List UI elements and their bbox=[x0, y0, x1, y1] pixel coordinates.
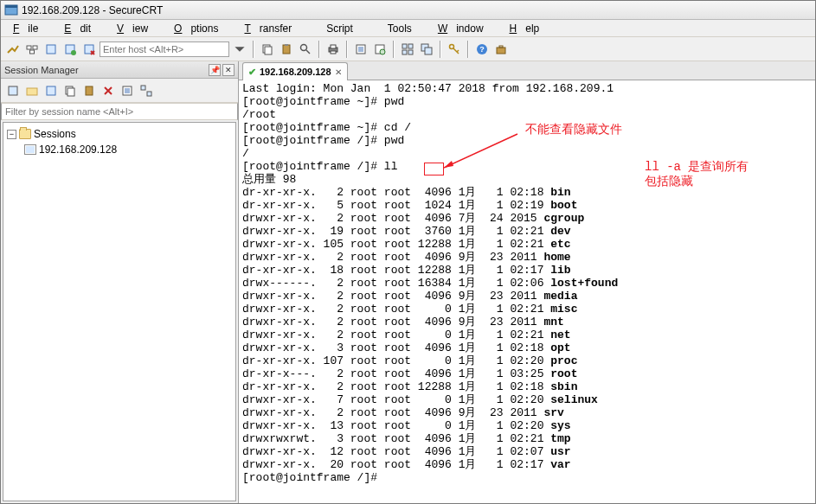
tree-root-label: Sessions bbox=[34, 128, 76, 140]
tile-icon[interactable] bbox=[399, 41, 416, 58]
toolbox-icon[interactable] bbox=[492, 41, 510, 58]
svg-rect-29 bbox=[497, 48, 505, 54]
svg-rect-15 bbox=[331, 45, 336, 48]
svg-rect-5 bbox=[47, 45, 55, 54]
annotation-box bbox=[424, 163, 444, 175]
svg-rect-32 bbox=[27, 88, 37, 95]
session-icon bbox=[24, 144, 36, 155]
menubar: File Edit View Options Transfer Script T… bbox=[1, 20, 815, 37]
svg-rect-38 bbox=[141, 86, 145, 90]
tab-close-icon[interactable]: ✕ bbox=[335, 67, 342, 77]
svg-rect-33 bbox=[47, 86, 55, 95]
svg-rect-3 bbox=[33, 46, 37, 49]
cascade-icon[interactable] bbox=[418, 41, 435, 58]
menu-file[interactable]: File bbox=[4, 21, 55, 36]
sm-new-session-icon[interactable] bbox=[4, 82, 22, 99]
quick-connect-icon[interactable] bbox=[4, 41, 22, 58]
pane-pin-icon[interactable]: 📌 bbox=[209, 64, 221, 76]
menu-window[interactable]: Window bbox=[429, 21, 501, 36]
svg-rect-25 bbox=[425, 48, 432, 54]
svg-rect-39 bbox=[147, 92, 151, 96]
tree-root[interactable]: − Sessions bbox=[7, 126, 232, 142]
session-manager-toolbar bbox=[1, 79, 238, 103]
menu-script[interactable]: Script bbox=[309, 21, 370, 36]
properties-icon[interactable] bbox=[352, 41, 369, 58]
find-icon[interactable] bbox=[297, 41, 314, 58]
window-title: 192.168.209.128 - SecureCRT bbox=[22, 4, 163, 16]
tab-label: 192.168.209.128 bbox=[260, 67, 331, 77]
main-toolbar: ? bbox=[1, 37, 815, 61]
paste-icon[interactable] bbox=[278, 41, 295, 58]
svg-rect-22 bbox=[402, 50, 407, 54]
svg-rect-12 bbox=[285, 44, 288, 46]
svg-rect-30 bbox=[499, 46, 503, 48]
svg-rect-23 bbox=[408, 50, 413, 54]
disconnect-icon[interactable] bbox=[80, 41, 98, 58]
sm-delete-icon[interactable] bbox=[100, 82, 117, 99]
tree-session-item[interactable]: 192.168.209.128 bbox=[24, 142, 232, 157]
session-tree[interactable]: − Sessions 192.168.209.128 bbox=[3, 122, 236, 501]
session-filter-input[interactable] bbox=[5, 106, 234, 117]
connect-icon[interactable] bbox=[42, 41, 60, 58]
svg-rect-35 bbox=[67, 88, 74, 96]
svg-rect-10 bbox=[265, 47, 272, 54]
tab-strip: ✔ 192.168.209.128 ✕ bbox=[239, 61, 815, 80]
window-titlebar: 192.168.209.128 - SecureCRT bbox=[1, 1, 815, 20]
sm-paste-icon[interactable] bbox=[80, 82, 98, 99]
svg-text:?: ? bbox=[479, 45, 485, 54]
sm-copy-icon[interactable] bbox=[61, 82, 79, 99]
session-manager-pane: Session Manager 📌 ✕ − Sessions bbox=[1, 61, 239, 503]
terminal-area: ✔ 192.168.209.128 ✕ Last login: Mon Jan … bbox=[239, 61, 815, 503]
svg-rect-11 bbox=[283, 45, 290, 54]
sm-properties-icon[interactable] bbox=[119, 82, 136, 99]
sm-connect-icon[interactable] bbox=[42, 82, 60, 99]
session-filter[interactable] bbox=[1, 103, 238, 120]
terminal-output[interactable]: Last login: Mon Jan 1 02:50:47 2018 from… bbox=[239, 80, 815, 503]
tab-active[interactable]: ✔ 192.168.209.128 ✕ bbox=[242, 62, 348, 80]
svg-point-19 bbox=[380, 49, 385, 54]
session-manager-title: Session Manager bbox=[4, 65, 79, 75]
svg-rect-31 bbox=[9, 86, 17, 95]
svg-point-13 bbox=[301, 44, 307, 50]
session-options-icon[interactable] bbox=[371, 41, 389, 58]
key-icon[interactable] bbox=[446, 41, 463, 58]
pane-close-icon[interactable]: ✕ bbox=[222, 64, 235, 76]
svg-rect-20 bbox=[402, 44, 407, 48]
app-icon bbox=[4, 3, 18, 17]
reconnect-icon[interactable] bbox=[61, 41, 79, 58]
menu-view[interactable]: View bbox=[108, 21, 165, 36]
svg-point-26 bbox=[450, 44, 454, 48]
svg-rect-21 bbox=[408, 44, 413, 48]
folder-icon bbox=[19, 129, 31, 139]
host-input[interactable] bbox=[100, 41, 229, 57]
menu-tools[interactable]: Tools bbox=[370, 21, 429, 36]
connected-icon: ✔ bbox=[248, 67, 256, 78]
help-icon[interactable]: ? bbox=[473, 41, 491, 58]
sm-arrange-icon[interactable] bbox=[138, 82, 155, 99]
print-icon[interactable] bbox=[324, 41, 342, 58]
collapse-icon[interactable]: − bbox=[7, 130, 16, 139]
host-entry bbox=[100, 41, 248, 58]
svg-point-7 bbox=[71, 50, 76, 55]
menu-transfer[interactable]: Transfer bbox=[235, 21, 309, 36]
menu-help[interactable]: Help bbox=[501, 21, 557, 36]
host-dropdown-icon[interactable] bbox=[231, 41, 248, 58]
sessions-icon[interactable] bbox=[23, 41, 41, 58]
svg-rect-1 bbox=[5, 5, 17, 8]
svg-rect-36 bbox=[86, 86, 93, 95]
svg-rect-2 bbox=[27, 46, 31, 49]
copy-icon[interactable] bbox=[259, 41, 276, 58]
menu-options[interactable]: Options bbox=[165, 21, 235, 36]
tree-session-label: 192.168.209.128 bbox=[39, 144, 117, 156]
menu-edit[interactable]: Edit bbox=[55, 21, 108, 36]
svg-rect-4 bbox=[30, 50, 35, 54]
sm-new-folder-icon[interactable] bbox=[23, 82, 41, 99]
svg-rect-16 bbox=[331, 51, 336, 54]
